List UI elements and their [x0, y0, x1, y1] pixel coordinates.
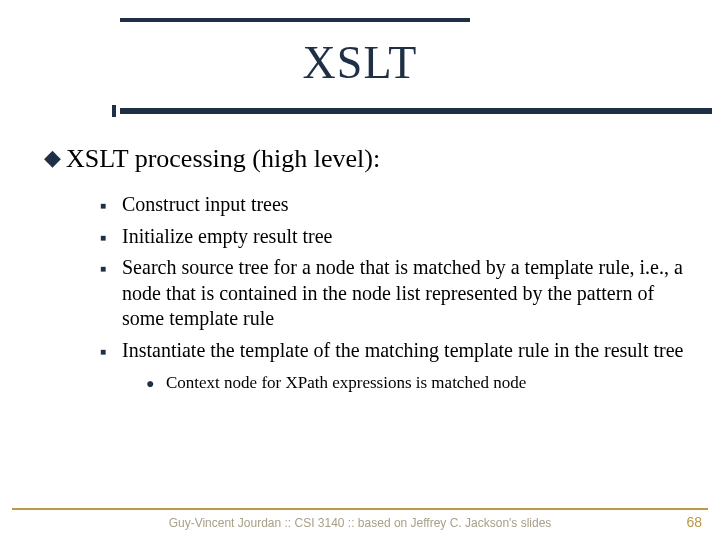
list-item: ■ Initialize empty result tree [100, 224, 690, 250]
list-item-text: Instantiate the template of the matching… [122, 338, 690, 364]
main-heading: ◆XSLT processing (high level): [44, 144, 690, 174]
mid-rule-tick [112, 105, 116, 117]
bullet-list: ■ Construct input trees ■ Initialize emp… [100, 192, 690, 394]
list-item: ■ Instantiate the template of the matchi… [100, 338, 690, 364]
list-item-text: Initialize empty result tree [122, 224, 690, 250]
square-bullet-icon: ■ [100, 338, 122, 364]
page-number: 68 [686, 514, 702, 530]
list-item: ■ Search source tree for a node that is … [100, 255, 690, 332]
list-item-text: Search source tree for a node that is ma… [122, 255, 690, 332]
top-rule [120, 18, 470, 22]
footer-rule [12, 508, 708, 510]
slide-title: XSLT [0, 36, 720, 89]
list-item: ■ Construct input trees [100, 192, 690, 218]
footer-text: Guy-Vincent Jourdan :: CSI 3140 :: based… [0, 516, 720, 530]
square-bullet-icon: ■ [100, 255, 122, 332]
diamond-bullet-icon: ◆ [44, 145, 66, 171]
dot-bullet-icon: ● [146, 372, 166, 394]
square-bullet-icon: ■ [100, 192, 122, 218]
content-area: ◆XSLT processing (high level): ■ Constru… [44, 144, 690, 394]
sub-list-item-text: Context node for XPath expressions is ma… [166, 372, 690, 394]
list-item-text: Construct input trees [122, 192, 690, 218]
sub-list-item: ● Context node for XPath expressions is … [146, 372, 690, 394]
mid-rule [120, 108, 712, 114]
square-bullet-icon: ■ [100, 224, 122, 250]
heading-text: XSLT processing (high level): [66, 144, 380, 173]
sub-bullet-list: ● Context node for XPath expressions is … [146, 372, 690, 394]
